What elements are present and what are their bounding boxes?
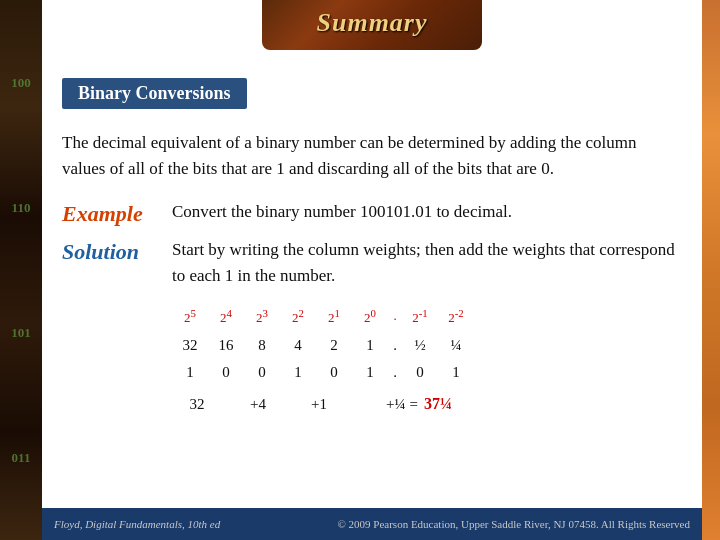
sup-2: 24 bbox=[208, 304, 244, 330]
w8: ¼ bbox=[438, 332, 474, 359]
solution-label: Solution bbox=[62, 239, 172, 265]
sup-1: 25 bbox=[172, 304, 208, 330]
title-bar: Summary bbox=[262, 0, 482, 50]
conversion-table: 25 24 23 22 21 20 . 2-1 2-2 32 16 8 4 2 … bbox=[172, 304, 682, 419]
b7: 0 bbox=[402, 359, 438, 386]
side-num-1: 100 bbox=[11, 75, 31, 91]
solution-text: Start by writing the column weights; the… bbox=[172, 237, 682, 288]
sup-6: 20 bbox=[352, 304, 388, 330]
main-content: Summary Binary Conversions The decimal e… bbox=[42, 0, 702, 508]
solution-row: Solution Start by writing the column wei… bbox=[62, 237, 682, 288]
footer: Floyd, Digital Fundamentals, 10th ed © 2… bbox=[42, 508, 702, 540]
r2: +4 bbox=[222, 391, 294, 418]
sup-dot: . bbox=[388, 304, 402, 330]
section-badge: Binary Conversions bbox=[62, 78, 247, 109]
b5: 0 bbox=[316, 359, 352, 386]
weights-row: 32 16 8 4 2 1 . ½ ¼ bbox=[172, 332, 682, 359]
example-text: Convert the binary number 100101.01 to d… bbox=[172, 199, 512, 225]
description-text: The decimal equivalent of a binary numbe… bbox=[62, 130, 682, 181]
r4: +¼ = bbox=[344, 391, 424, 418]
superscript-row: 25 24 23 22 21 20 . 2-1 2-2 bbox=[172, 304, 682, 330]
sup-7: 2-1 bbox=[402, 304, 438, 330]
sup-3: 23 bbox=[244, 304, 280, 330]
side-num-3: 101 bbox=[11, 325, 31, 341]
result-row: 32 +4 +1 +¼ = 37¼ bbox=[172, 390, 682, 419]
sup-4: 22 bbox=[280, 304, 316, 330]
w5: 2 bbox=[316, 332, 352, 359]
w7: ½ bbox=[402, 332, 438, 359]
b2: 0 bbox=[208, 359, 244, 386]
example-row: Example Convert the binary number 100101… bbox=[62, 199, 682, 227]
w2: 16 bbox=[208, 332, 244, 359]
b-dot: . bbox=[388, 359, 402, 386]
side-num-4: 011 bbox=[12, 450, 31, 466]
w4: 4 bbox=[280, 332, 316, 359]
footer-right: © 2009 Pearson Education, Upper Saddle R… bbox=[337, 518, 690, 530]
w6: 1 bbox=[352, 332, 388, 359]
r1: 32 bbox=[172, 391, 222, 418]
left-panel: 100 110 101 011 bbox=[0, 0, 42, 540]
content-area: The decimal equivalent of a binary numbe… bbox=[62, 130, 682, 508]
b3: 0 bbox=[244, 359, 280, 386]
w1: 32 bbox=[172, 332, 208, 359]
side-num-2: 110 bbox=[12, 200, 31, 216]
b1: 1 bbox=[172, 359, 208, 386]
example-label: Example bbox=[62, 201, 172, 227]
w3: 8 bbox=[244, 332, 280, 359]
b6: 1 bbox=[352, 359, 388, 386]
r3: +1 bbox=[294, 391, 344, 418]
footer-left: Floyd, Digital Fundamentals, 10th ed bbox=[54, 518, 220, 530]
b4: 1 bbox=[280, 359, 316, 386]
page-title: Summary bbox=[282, 8, 462, 38]
bits-row: 1 0 0 1 0 1 . 0 1 bbox=[172, 359, 682, 386]
sup-5: 21 bbox=[316, 304, 352, 330]
r5: 37¼ bbox=[424, 390, 452, 419]
right-panel bbox=[702, 0, 720, 540]
b8: 1 bbox=[438, 359, 474, 386]
w-dot: . bbox=[388, 332, 402, 359]
sup-8: 2-2 bbox=[438, 304, 474, 330]
